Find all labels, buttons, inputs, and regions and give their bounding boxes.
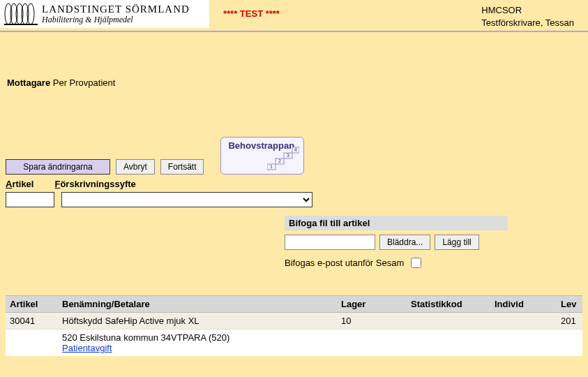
form-labels-row: Artikel Förskrivningssyfte [6, 179, 582, 189]
file-attach-title: Bifoga fil till artikel [285, 216, 508, 230]
test-banner: **** TEST **** [223, 8, 280, 19]
org-logo-block: LANDSTINGET SÖRMLAND Habilitering & Hjäl… [0, 0, 209, 28]
recipient-name: Per Provpatient [53, 77, 116, 88]
svg-text:4: 4 [294, 147, 297, 152]
behovstrappan-widget[interactable]: Behovstrappan 1 2 3 4 [220, 137, 304, 175]
save-button[interactable]: Spara ändringarna [6, 159, 110, 175]
cell-benamning: Höftskydd SafeHip Active mjuk XL [58, 313, 337, 330]
cell-lev: 201 [557, 313, 582, 330]
col-lev: Lev [557, 296, 582, 313]
patientavgift-link[interactable]: Patientavgift [62, 343, 112, 353]
add-file-button[interactable]: Lägg till [435, 235, 478, 250]
col-lager: Lager [337, 296, 407, 313]
main-content: Mottagare Per Provpatient Spara ändringa… [0, 32, 588, 377]
epost-row: Bifogas e-post utanför Sesam [285, 256, 508, 270]
articles-table: Artikel Benämning/Betalare Lager Statist… [6, 295, 582, 356]
recipient-row: Mottagare Per Provpatient [7, 77, 582, 88]
recipient-label: Mottagare [7, 77, 50, 88]
org-logo-icon [4, 2, 38, 26]
col-statistikkod: Statistikkod [407, 296, 490, 313]
form-inputs-row [6, 192, 582, 207]
svg-text:3: 3 [287, 153, 289, 158]
org-subtitle: Habilitering & Hjälpmedel [42, 15, 190, 24]
epost-label: Bifogas e-post utanför Sesam [285, 258, 404, 268]
table-subrow: 520 Eskilstuna kommun 34VTPARA (520) Pat… [6, 330, 582, 357]
cell-artikel: 30041 [6, 313, 58, 330]
cancel-button[interactable]: Avbryt [116, 159, 155, 175]
svg-text:2: 2 [278, 158, 281, 163]
file-attach-block: Bifoga fil till artikel Bläddra... Lägg … [285, 216, 508, 270]
stairs-icon: 1 2 3 4 [267, 145, 299, 171]
artikel-label: Artikel [6, 179, 33, 189]
epost-checkbox[interactable] [411, 258, 421, 268]
artikel-input[interactable] [6, 192, 54, 207]
header-context: HMCSOR [481, 4, 574, 17]
org-logo-text: LANDSTINGET SÖRMLAND Habilitering & Hjäl… [42, 3, 190, 24]
syfte-select[interactable] [61, 192, 312, 207]
file-path-display [285, 235, 375, 250]
cell-individ [490, 313, 557, 330]
file-attach-row: Bläddra... Lägg till [285, 235, 508, 250]
col-individ: Individ [490, 296, 557, 313]
col-benamning: Benämning/Betalare [58, 296, 337, 313]
toolbar: Spara ändringarna Avbryt Fortsätt Behovs… [6, 137, 582, 175]
table-header-row: Artikel Benämning/Betalare Lager Statist… [6, 296, 582, 313]
app-header: LANDSTINGET SÖRMLAND Habilitering & Hjäl… [0, 0, 588, 32]
continue-button[interactable]: Fortsätt [160, 159, 204, 175]
betalare-text: 520 Eskilstuna kommun 34VTPARA (520) [62, 332, 578, 343]
col-artikel: Artikel [6, 296, 58, 313]
browse-button[interactable]: Bläddra... [379, 235, 430, 250]
org-name: LANDSTINGET SÖRMLAND [42, 3, 190, 15]
header-user: Testförskrivare, Tessan [481, 17, 574, 29]
svg-text:1: 1 [270, 164, 273, 169]
table-row[interactable]: 30041 Höftskydd SafeHip Active mjuk XL 1… [6, 313, 582, 330]
cell-statistikkod [407, 313, 490, 330]
cell-lager: 10 [337, 313, 407, 330]
syfte-label: Förskrivningssyfte [54, 179, 135, 189]
header-user-block: HMCSOR Testförskrivare, Tessan [481, 4, 574, 29]
